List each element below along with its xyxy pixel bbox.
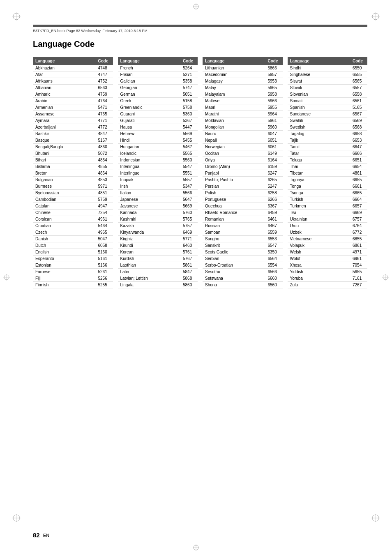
cell-code: 6647 [350, 144, 367, 150]
table-row: Indonesian5560 [118, 157, 198, 164]
cell-code: 6559 [265, 229, 283, 236]
cell-code: 5358 [180, 78, 198, 85]
cell-language: Croatian [33, 223, 96, 229]
table-row: Armenian5471 [33, 104, 113, 111]
cell-language: Dutch [33, 242, 96, 249]
cell-language: Twi [288, 210, 350, 216]
cell-code: 6669 [350, 210, 367, 216]
cell-code: 5167 [96, 137, 113, 144]
cell-language: Malagasy [203, 78, 265, 85]
cell-code: 6550 [350, 65, 367, 71]
cell-language: Aymara [33, 117, 96, 124]
cell-code: 6164 [265, 157, 283, 164]
cell-language: Inupiak [118, 177, 181, 183]
cell-language: Singhalese [288, 71, 350, 78]
cell-code: 6664 [350, 196, 367, 203]
cell-language: Swahili [288, 117, 350, 124]
table-row: Bulgarian4853 [33, 177, 113, 183]
cell-code: 5547 [180, 164, 198, 170]
cell-language: Sesotho [203, 269, 265, 275]
table-row: Irish5347 [118, 183, 198, 190]
table-row: Malayalam5958 [203, 91, 283, 98]
cell-language: Kinyarwanda [118, 229, 181, 236]
cell-language: Panjabi [203, 170, 265, 177]
cell-code: 4748 [96, 65, 113, 71]
table-row: Interlingue5551 [118, 170, 198, 177]
table-row: Pashto; Pushto6265 [203, 177, 283, 183]
cell-language: Nepali [203, 137, 265, 144]
table-row: Tajik6653 [288, 137, 368, 144]
cell-language: Turkish [288, 196, 350, 203]
center-mark-top [193, 3, 199, 11]
cell-language: Oromo (Afan) [203, 164, 265, 170]
table-row: Aymara4771 [33, 117, 113, 124]
cell-code: 5051 [180, 91, 198, 98]
table-row: Hindi5455 [118, 137, 198, 144]
cell-code: 5158 [180, 98, 198, 104]
cell-code: 6265 [265, 177, 283, 183]
cell-code: 5161 [96, 256, 113, 262]
cell-code: 6661 [350, 183, 367, 190]
cell-code: 4860 [96, 144, 113, 150]
cell-code: 7267 [350, 282, 367, 288]
col-header-code-1: Code [180, 57, 198, 65]
table-row: Welsh4971 [288, 249, 368, 256]
cell-code: 4965 [96, 229, 113, 236]
table-row: Rhaeto-Romance6459 [203, 210, 283, 216]
table-row: Galician5358 [118, 78, 198, 85]
cell-code: 5471 [96, 104, 113, 111]
cell-code: 4764 [96, 98, 113, 104]
cell-code: 4947 [96, 203, 113, 210]
cell-language: Xhosa [288, 262, 350, 269]
table-row: Nauru6047 [203, 131, 283, 137]
cell-code: 6772 [350, 229, 367, 236]
cell-code: 6547 [265, 242, 283, 249]
table-row: Nepali6051 [203, 137, 283, 144]
center-mark-right [382, 274, 389, 281]
table-row: Latin5847 [118, 269, 198, 275]
table-row: Singhalese6555 [288, 71, 368, 78]
cell-language: Uzbek [288, 229, 350, 236]
table-row: Gujarati5367 [118, 117, 198, 124]
cell-language: Urdu [288, 223, 350, 229]
table-row: Kirghiz5771 [118, 236, 198, 242]
cell-language: Bulgarian [33, 177, 96, 183]
cell-language: Interlingue [118, 170, 181, 177]
cell-code: 5868 [180, 275, 198, 282]
cell-code: 6651 [350, 157, 367, 164]
cell-code: 6553 [265, 236, 283, 242]
table-row: Georgian5747 [118, 85, 198, 91]
cell-language: Bengali;Bangla [33, 144, 96, 150]
table-row: Serbian6564 [203, 256, 283, 262]
cell-language: Chinese [33, 210, 96, 216]
corner-mark-br [371, 514, 380, 522]
cell-language: Yiddish [288, 269, 350, 275]
cell-language: Maltese [203, 98, 265, 104]
cell-code: 6561 [350, 98, 367, 104]
cell-code: 5560 [180, 157, 198, 164]
cell-code: 7254 [96, 210, 113, 216]
table-row: English5160 [33, 249, 113, 256]
cell-code: 5367 [180, 117, 198, 124]
cell-language: Hausa [118, 124, 181, 131]
page: E3TK7FD_EN.book Page 82 Wednesday, Febru… [0, 0, 392, 555]
table-row: Kashmiri5765 [118, 216, 198, 223]
cell-code: 5964 [265, 111, 283, 117]
cell-language: Scots Gaelic [203, 249, 265, 256]
cell-language: Serbian [203, 256, 265, 262]
cell-code: 6554 [265, 262, 283, 269]
cell-code: 5551 [180, 170, 198, 177]
cell-code: 5247 [265, 183, 283, 190]
cell-code: 6461 [265, 216, 283, 223]
cell-code: 5747 [180, 85, 198, 91]
language-table-container: LanguageCodeAbkhazian4748Afar4747Afrikaa… [33, 57, 367, 288]
table-row: Polish6258 [203, 190, 283, 196]
cell-code: 5160 [96, 249, 113, 256]
cell-code: 6247 [265, 170, 283, 177]
table-row: Norwegian6061 [203, 144, 283, 150]
table-row: Tamil6647 [288, 144, 368, 150]
table-row: Javanese5669 [118, 203, 198, 210]
cell-language: Tajik [288, 137, 350, 144]
cell-language: Bhutani [33, 150, 96, 157]
cell-code: 6658 [350, 131, 367, 137]
